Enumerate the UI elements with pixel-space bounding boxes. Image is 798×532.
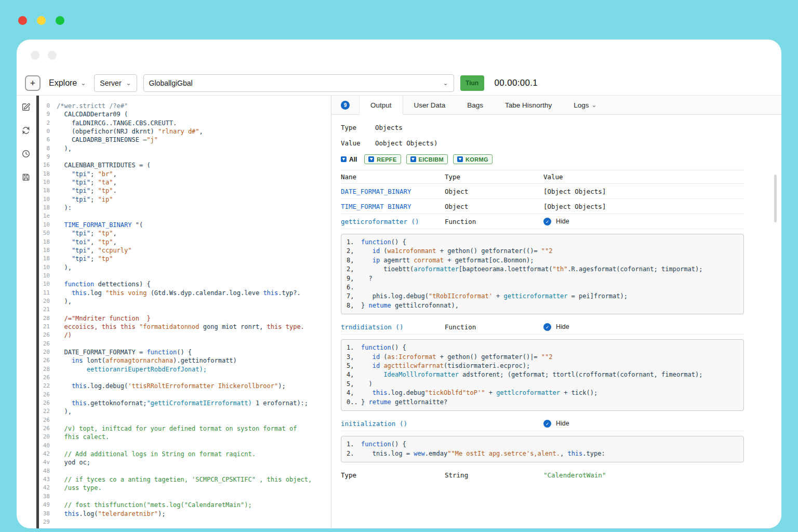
tab-tabe-hisnorthy[interactable]: Tabe Hisnorthy xyxy=(494,96,563,114)
filter-chip-eicbibm[interactable]: EICBIBM xyxy=(406,154,448,164)
line-number: 10 xyxy=(39,280,57,288)
line-number: 26 xyxy=(39,340,57,348)
line-number: 10 xyxy=(39,272,57,280)
scrollbar[interactable] xyxy=(774,175,777,222)
line-number: 2 xyxy=(39,119,57,127)
line-number: 9 xyxy=(39,110,57,118)
editor-line: 21 eccoiics, this this "formatidatonnod … xyxy=(39,323,331,331)
line-number: 10 xyxy=(39,221,57,229)
editor-line: 18 "tpi", "ccpurly" xyxy=(39,246,331,255)
line-number: 28 xyxy=(39,314,57,323)
line-number: 48 xyxy=(39,467,57,475)
line-number: 20 xyxy=(39,348,57,356)
tab-output[interactable]: Output xyxy=(360,96,403,115)
editor-line: 40 xyxy=(39,442,331,450)
editor-line: 10 "tpi"; "ta", xyxy=(39,178,331,187)
object-value: "CalenderotWain" xyxy=(543,471,744,479)
tab-user-data[interactable]: User Data xyxy=(403,96,457,114)
tab-logs[interactable]: Logs⌄ xyxy=(563,96,607,114)
maximize-button[interactable] xyxy=(56,16,64,25)
editor-line: 26 xyxy=(39,416,331,424)
line-number: 5, xyxy=(347,362,361,370)
hide-toggle[interactable]: Hide xyxy=(556,323,569,330)
dot-icon xyxy=(31,51,39,60)
line-number: 1. xyxy=(347,238,361,247)
history-button[interactable] xyxy=(21,149,32,159)
output-panel: 9 OutputUser DataBagsTabe HisnorthyLogs⌄… xyxy=(331,96,781,528)
object-name[interactable]: TIME_FORMAT BINARY xyxy=(341,203,445,210)
editor-line: 50 "tpi"; "tp", xyxy=(39,229,331,237)
editor-line: 26 xyxy=(39,374,331,382)
editor-line: 8 ), xyxy=(39,144,331,153)
object-row: TypeString"CalenderotWain" xyxy=(341,468,744,483)
object-name[interactable]: DATE_FORMAT_BINARY xyxy=(341,188,445,195)
line-number: 8 xyxy=(39,144,57,153)
code-editor[interactable]: 0/*wer.strictt /?e#"9 CALCDADDertar09 (2… xyxy=(39,96,331,528)
line-number: 18 xyxy=(39,255,57,263)
line-number: 2. xyxy=(347,449,361,458)
object-name[interactable]: trndidiatsion () xyxy=(341,323,445,331)
line-number: 29 xyxy=(39,518,57,526)
close-button[interactable] xyxy=(18,16,27,25)
hide-toggle[interactable]: Hide xyxy=(556,420,569,427)
editor-line: 38 this.log("telerdaretnibr"); xyxy=(39,510,331,518)
sync-button[interactable] xyxy=(21,125,32,136)
minimize-button[interactable] xyxy=(37,16,46,25)
editor-line: 10 ), xyxy=(39,263,331,272)
line-number: 4, xyxy=(347,370,361,379)
editor-line: 26 this.gettoknofornat;"gettiCroformatIE… xyxy=(39,399,331,407)
function-source: 1.function() {2. tnis.log = wew.emday""M… xyxy=(341,436,744,462)
line-number: 0 xyxy=(39,127,57,136)
line-number: 8, xyxy=(347,301,361,310)
line-number: 26 xyxy=(39,356,57,365)
editor-line: 43 // if tyces co a anting tagetien, 'SC… xyxy=(39,475,331,484)
object-name[interactable]: getticroformatter () xyxy=(341,218,445,225)
line-number: 10 xyxy=(39,263,57,272)
filter-chip-repfe[interactable]: REPFE xyxy=(364,154,401,164)
kv-rows: TypeObjectsValueOobject Objects) xyxy=(341,119,744,151)
editor-line: 28 /="Mndriter function } xyxy=(39,314,331,323)
column-header: Nane xyxy=(341,173,445,181)
editor-line: 28 eettioranriEupertRobdErofJonat); xyxy=(39,365,331,374)
line-number: 2, xyxy=(347,265,361,274)
filter-chip-kormg[interactable]: KORMG xyxy=(453,154,493,164)
line-number: 38 xyxy=(39,493,57,501)
line-number: 8, xyxy=(347,256,361,265)
edit-button[interactable] xyxy=(21,102,32,112)
object-name[interactable]: initialization () xyxy=(341,420,445,428)
editor-line: 22 this.log.debug('ttisRRoltErroformatte… xyxy=(39,382,331,390)
filter-chip-all[interactable]: All xyxy=(341,154,359,164)
kv-label: Type xyxy=(341,124,375,131)
object-type: Object xyxy=(445,203,543,210)
explore-menu[interactable]: Explore ⌄ xyxy=(47,78,88,88)
editor-line: 10 xyxy=(39,272,331,280)
script-selector[interactable]: GloballgiGbal ⌄ xyxy=(143,74,454,92)
app-window: + Explore ⌄ Server ⌄ GloballgiGbal ⌄ Tiu… xyxy=(17,39,781,528)
line-number: 5, xyxy=(347,380,361,389)
editor-line: 20 DATE_FORMAT_FORMATY = function() { xyxy=(39,348,331,356)
dot-icon xyxy=(48,51,57,60)
editor-line: 4v yod oc; xyxy=(39,458,331,467)
object-row: getticroformatter ()Function✓Hide xyxy=(341,214,744,229)
new-script-button[interactable]: + xyxy=(25,75,41,91)
sync-icon xyxy=(21,126,32,135)
line-number: 20 xyxy=(39,297,57,305)
window-controls xyxy=(18,16,64,25)
timer: 00.00:00.1 xyxy=(495,78,538,88)
server-dropdown[interactable]: Server ⌄ xyxy=(94,74,137,92)
hide-toggle[interactable]: Hide xyxy=(556,218,569,225)
tab-bags[interactable]: Bags xyxy=(456,96,494,114)
object-type: Object xyxy=(445,188,543,195)
chevron-down-icon: ⌄ xyxy=(591,102,596,108)
plus-icon: + xyxy=(30,78,35,88)
kv-row: ValueOobject Objects) xyxy=(341,135,744,151)
line-number: 11 xyxy=(39,289,57,297)
object-value: ✓Hide xyxy=(543,420,744,428)
run-button[interactable]: Tiun xyxy=(460,75,484,91)
object-list: DATE_FORMAT_BINARYObject[Object Objects]… xyxy=(341,184,744,483)
tab-indicator[interactable]: 9 xyxy=(331,96,360,114)
kv-label: Value xyxy=(341,139,375,147)
save-button[interactable] xyxy=(21,172,32,182)
object-type: Function xyxy=(445,323,543,331)
edit-icon xyxy=(21,102,32,112)
